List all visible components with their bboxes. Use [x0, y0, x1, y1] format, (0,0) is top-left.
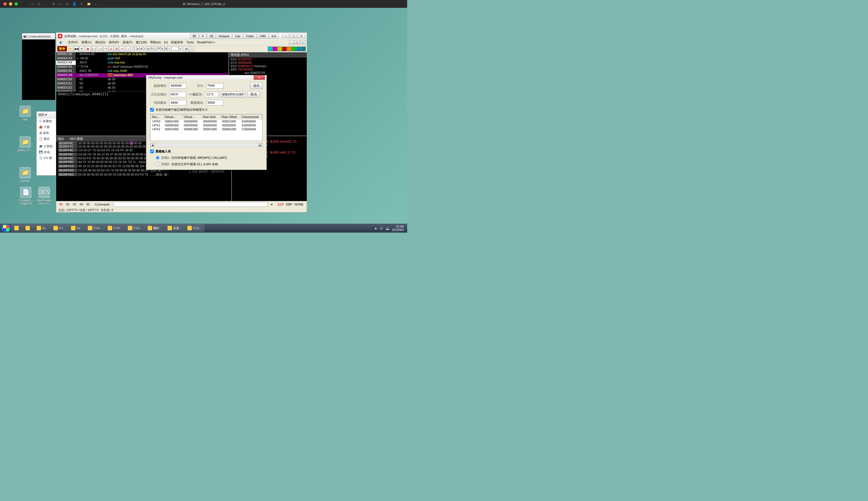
menu-item[interactable]: BreakPoint-> [195, 40, 217, 44]
taskbar-item[interactable] [12, 224, 22, 232]
tb-letter-s[interactable]: s [179, 47, 182, 51]
desktop-icon[interactable]: 📁ada [17, 106, 34, 121]
quick-button-notepad[interactable]: Notepad [216, 34, 232, 39]
tb-color-yellow[interactable] [277, 47, 282, 51]
tb-color-teal[interactable] [301, 47, 306, 51]
taskbar-item[interactable]: \\v... [68, 224, 85, 232]
memory-tab[interactable]: M4 [78, 203, 85, 206]
get-eip-button[interactable]: 获取EIP作为OEP [221, 92, 245, 98]
desktop-icon[interactable]: 📁ghidra_10.... [17, 136, 34, 152]
cancel-button[interactable]: 取消 [247, 91, 260, 98]
menu-item[interactable]: Tools [185, 40, 195, 44]
tb-open-icon[interactable]: 📂 [68, 46, 74, 52]
entry-input[interactable] [169, 92, 187, 97]
taskbar-item[interactable]: 栅栏... [145, 224, 165, 232]
minimize-button[interactable]: — [282, 34, 289, 38]
tb-goto-icon[interactable]: → [126, 46, 131, 52]
tb-color-orange[interactable] [287, 47, 292, 51]
cpu-row[interactable]: 0040DC42> 6A 00push 0x0 [56, 56, 229, 61]
explorer-item[interactable]: 📋 最近 [36, 136, 59, 142]
memory-tab[interactable]: M3 [71, 203, 78, 206]
data-base-input[interactable] [206, 100, 223, 105]
scrollbar[interactable]: ◀ ▶ [150, 143, 263, 147]
fix-sections-checkbox[interactable] [150, 108, 154, 111]
mac-close[interactable] [3, 2, 7, 6]
tb-step-into-icon[interactable]: ↴ [98, 46, 103, 52]
tb-color-cyan[interactable] [268, 47, 272, 51]
maximize-button[interactable]: ▢ [290, 34, 297, 38]
mac-minimize[interactable] [9, 2, 12, 6]
scroll-right-icon[interactable]: ▶ [258, 143, 262, 147]
register-line[interactable]: EDX 0040DAC0 mazeupx. [229, 64, 307, 68]
close-button[interactable]: ✕ [298, 34, 305, 38]
menu-item[interactable]: 文件(F) [66, 40, 80, 44]
quick-button-exit[interactable]: Exit [269, 34, 279, 39]
memory-tab[interactable]: M1 [58, 203, 65, 206]
code-base-input[interactable] [169, 100, 187, 105]
taskbar-item[interactable]: C:\U... [85, 224, 105, 232]
cpu-row[interactable]: 0040DC3E. 8D4424 80lea eax,dword ptr ss:… [56, 52, 229, 56]
tb-letter-e[interactable]: e [136, 47, 140, 51]
tb-letter-k[interactable]: k [161, 47, 165, 51]
desktop-icon[interactable]: 📁lucnum [17, 167, 34, 183]
explorer-item[interactable]: 📥 下载 [36, 124, 59, 130]
mdi-close[interactable]: ✕ [300, 40, 305, 44]
register-line[interactable]: EAX 0018FF0C [229, 57, 307, 61]
dropdown-icon[interactable]: ▾ [271, 203, 273, 206]
dump-button[interactable]: 脱壳 [250, 83, 263, 89]
explorer-window[interactable]: 组织 ▾ ☆ 收藏夹📥 下载🖥 桌面📋 最近💻 计算机💾 本地💿 CD 驱 [36, 111, 59, 175]
taskbar-item[interactable]: 吾爱... [165, 224, 184, 232]
tb-color-magenta[interactable] [273, 47, 277, 51]
desktop-icon[interactable]: 📄7.6-ida64....- 快捷方式 [17, 187, 34, 205]
quick-button-p[interactable]: P [199, 34, 207, 39]
tb-color-green[interactable] [292, 47, 296, 51]
quick-button-vb[interactable]: VB [207, 34, 215, 39]
start-button[interactable] [1, 224, 11, 232]
ollydbg-titlebar[interactable]: 破 吾愛破解 - mazeupx.exe - [LCG - 主线程, 模块 - … [56, 33, 307, 40]
cmd-window[interactable]: ▣C:\Users\Administ [22, 33, 55, 100]
taskbar-item[interactable]: C:\U... [105, 224, 125, 232]
tb-letter-r[interactable]: r [168, 47, 171, 51]
menu-item[interactable]: 查看(V) [80, 40, 93, 44]
dialog-close-button[interactable]: ✕ [254, 75, 265, 80]
tb-rewind-icon[interactable]: ◀◀ [74, 46, 79, 52]
tb-pause-icon[interactable]: ❘❘ [91, 46, 96, 52]
desktop-icon[interactable]: DEVRed PandaDev-C++ [36, 187, 53, 205]
menu-item[interactable]: 帮助(H) [148, 40, 162, 44]
method1-radio[interactable] [156, 156, 159, 160]
menu-item[interactable]: 快捷菜单 [169, 40, 185, 44]
quick-button-bp[interactable]: BP [190, 34, 199, 39]
tb-letter-l[interactable]: l [133, 47, 136, 51]
clock[interactable]: 21:59 2023/9/3 [392, 225, 404, 232]
explorer-toolbar[interactable]: 组织 ▾ [36, 111, 59, 118]
cpu-row[interactable]: 0040DC46.^ 75 FAjnz short mazeupx.0040DC… [56, 65, 229, 69]
explorer-item[interactable]: 💿 CD 驱 [36, 155, 59, 161]
explorer-item[interactable]: ☆ 收藏夹 [36, 118, 59, 124]
register-line[interactable]: ECX 00000000 [229, 61, 307, 64]
tb-letter-c[interactable]: c [154, 47, 157, 51]
cpu-row[interactable]: 0040DC48. 83EC 80sub esp,-0x80 [56, 69, 229, 73]
tb-letter-...[interactable]: ... [171, 47, 179, 51]
table-row[interactable]: UPX000001000000080000000800000001000E000… [151, 119, 262, 124]
sections-table[interactable]: Sec...Virtual...Virtual...Raw SizeRaw Of… [150, 114, 263, 141]
explorer-item[interactable]: 🖥 桌面 [36, 130, 59, 136]
register-line[interactable]: upx.0040DC44 [229, 71, 307, 74]
tb-trace-into-icon[interactable]: ⇊ [108, 46, 114, 52]
tb-execute-till-icon[interactable]: ⇥ [119, 46, 124, 52]
tb-color-blue[interactable] [296, 47, 301, 51]
menu-item[interactable]: 调试(D) [93, 40, 107, 44]
register-line[interactable]: EBX 7EFDE000 [229, 68, 307, 71]
mdi-restore[interactable]: ▢ [295, 40, 299, 44]
tb-settings-icon[interactable]: ⚙ [184, 46, 189, 52]
mdi-minimize[interactable]: — [289, 40, 294, 44]
method2-radio[interactable] [156, 162, 159, 166]
mac-maximize[interactable] [14, 2, 18, 6]
system-tray[interactable]: ▲ 🔊 💻 21:59 2023/9/3 [372, 225, 406, 232]
tb-letter-w[interactable]: w [147, 47, 150, 51]
tray-icon[interactable]: ▲ [374, 226, 377, 230]
tb-letter-h[interactable]: h [150, 47, 154, 51]
start-addr-input[interactable] [169, 83, 187, 89]
size-input[interactable] [206, 83, 223, 89]
tb-close-icon[interactable]: ✕ [79, 46, 84, 52]
taskbar-item[interactable]: C:\U... [125, 224, 145, 232]
